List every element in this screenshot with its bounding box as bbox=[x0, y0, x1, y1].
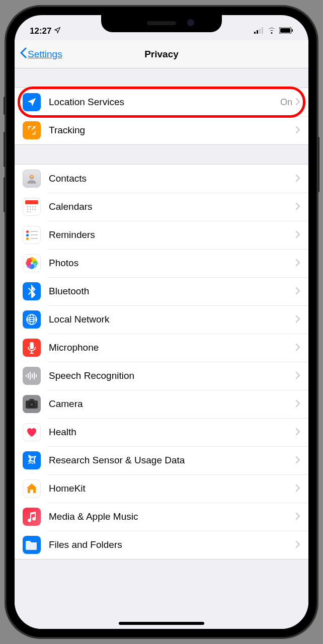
files-icon bbox=[23, 536, 41, 554]
nav-header: Settings Privacy bbox=[15, 40, 308, 68]
svg-point-17 bbox=[32, 209, 33, 210]
research-icon bbox=[23, 451, 41, 469]
row-label: Calendars bbox=[49, 201, 295, 212]
svg-rect-0 bbox=[254, 32, 256, 34]
svg-point-28 bbox=[27, 258, 32, 263]
back-label: Settings bbox=[28, 49, 62, 60]
location-arrow-icon bbox=[54, 26, 61, 36]
media-icon bbox=[23, 508, 41, 526]
chevron-right-icon bbox=[295, 313, 300, 326]
chevron-right-icon bbox=[295, 397, 300, 411]
row-camera[interactable]: Camera bbox=[15, 390, 308, 418]
back-button[interactable]: Settings bbox=[20, 47, 62, 61]
chevron-right-icon bbox=[295, 538, 300, 551]
chevron-right-icon bbox=[295, 257, 300, 270]
svg-point-15 bbox=[27, 209, 28, 210]
svg-rect-1 bbox=[257, 30, 258, 34]
row-media[interactable]: Media & Apple Music bbox=[15, 503, 308, 531]
mic-icon bbox=[23, 339, 41, 357]
settings-content[interactable]: Location ServicesOnTrackingContactsCalen… bbox=[15, 68, 308, 629]
row-label: Local Network bbox=[49, 314, 295, 325]
row-label: Photos bbox=[49, 258, 295, 269]
row-research[interactable]: Research Sensor & Usage Data bbox=[15, 446, 308, 474]
row-speech-recognition[interactable]: Speech Recognition bbox=[15, 362, 308, 390]
chevron-right-icon bbox=[295, 285, 300, 298]
svg-rect-10 bbox=[25, 204, 38, 213]
row-photos[interactable]: Photos bbox=[15, 249, 308, 277]
chevron-right-icon bbox=[295, 426, 300, 439]
location-icon bbox=[23, 93, 41, 111]
tracking-icon bbox=[23, 121, 41, 139]
svg-rect-34 bbox=[26, 375, 27, 377]
chevron-right-icon bbox=[295, 482, 300, 495]
home-indicator[interactable] bbox=[119, 622, 204, 625]
chevron-right-icon bbox=[295, 510, 300, 523]
svg-point-12 bbox=[30, 206, 31, 207]
row-label: Speech Recognition bbox=[49, 370, 295, 381]
row-label: Contacts bbox=[49, 173, 295, 184]
svg-rect-41 bbox=[29, 399, 34, 401]
row-label: Reminders bbox=[49, 229, 295, 240]
svg-point-14 bbox=[35, 206, 36, 207]
settings-section: Location ServicesOnTracking bbox=[15, 88, 308, 145]
chevron-left-icon bbox=[20, 47, 27, 61]
device-notch bbox=[101, 15, 222, 32]
svg-rect-45 bbox=[30, 490, 33, 493]
chevron-right-icon bbox=[295, 341, 300, 354]
svg-rect-37 bbox=[32, 374, 33, 378]
svg-rect-39 bbox=[36, 374, 37, 377]
page-title: Privacy bbox=[144, 49, 179, 60]
localnet-icon bbox=[23, 310, 41, 329]
row-label: Bluetooth bbox=[49, 286, 295, 297]
row-label: Files and Folders bbox=[49, 539, 295, 550]
svg-rect-6 bbox=[292, 29, 293, 32]
svg-point-13 bbox=[32, 206, 33, 207]
photos-icon bbox=[23, 254, 41, 272]
row-homekit[interactable]: HomeKit bbox=[15, 474, 308, 503]
row-label: Research Sensor & Usage Data bbox=[49, 455, 295, 466]
battery-icon bbox=[279, 26, 293, 36]
row-microphone[interactable]: Microphone bbox=[15, 334, 308, 362]
row-reminders[interactable]: Reminders bbox=[15, 221, 308, 249]
chevron-right-icon bbox=[295, 454, 300, 467]
row-value: On bbox=[280, 97, 292, 108]
chevron-right-icon bbox=[295, 228, 300, 242]
calendars-icon bbox=[23, 198, 41, 216]
row-location-services[interactable]: Location ServicesOn bbox=[15, 88, 308, 116]
svg-point-19 bbox=[27, 211, 28, 212]
row-bluetooth[interactable]: Bluetooth bbox=[15, 277, 308, 305]
svg-rect-38 bbox=[34, 372, 35, 379]
row-label: Location Services bbox=[49, 97, 280, 108]
contacts-icon bbox=[23, 170, 41, 188]
row-label: Camera bbox=[49, 398, 295, 410]
svg-point-8 bbox=[30, 175, 34, 178]
svg-rect-2 bbox=[259, 29, 261, 34]
chevron-right-icon bbox=[295, 96, 300, 109]
svg-point-43 bbox=[30, 403, 34, 407]
svg-rect-9 bbox=[25, 200, 38, 204]
svg-point-16 bbox=[30, 209, 31, 210]
svg-point-20 bbox=[30, 211, 31, 212]
row-files[interactable]: Files and Folders bbox=[15, 531, 308, 559]
row-label: HomeKit bbox=[49, 483, 295, 494]
row-label: Tracking bbox=[49, 125, 295, 136]
wifi-icon bbox=[267, 26, 276, 36]
row-label: Media & Apple Music bbox=[49, 511, 295, 522]
svg-rect-33 bbox=[30, 342, 34, 349]
svg-rect-5 bbox=[280, 28, 290, 33]
row-tracking[interactable]: Tracking bbox=[15, 116, 308, 144]
homekit-icon bbox=[23, 479, 41, 498]
row-contacts[interactable]: Contacts bbox=[15, 165, 308, 193]
row-label: Microphone bbox=[49, 342, 295, 353]
svg-rect-36 bbox=[30, 372, 31, 380]
svg-point-18 bbox=[35, 209, 36, 210]
chevron-right-icon bbox=[295, 124, 300, 137]
row-calendars[interactable]: Calendars bbox=[15, 193, 308, 221]
row-local-network[interactable]: Local Network bbox=[15, 305, 308, 334]
row-health[interactable]: Health bbox=[15, 418, 308, 446]
svg-rect-3 bbox=[262, 27, 263, 34]
camera-icon bbox=[23, 395, 41, 413]
bluetooth-icon bbox=[23, 282, 41, 300]
status-time: 12:27 bbox=[30, 26, 51, 36]
row-label: Health bbox=[49, 427, 295, 438]
